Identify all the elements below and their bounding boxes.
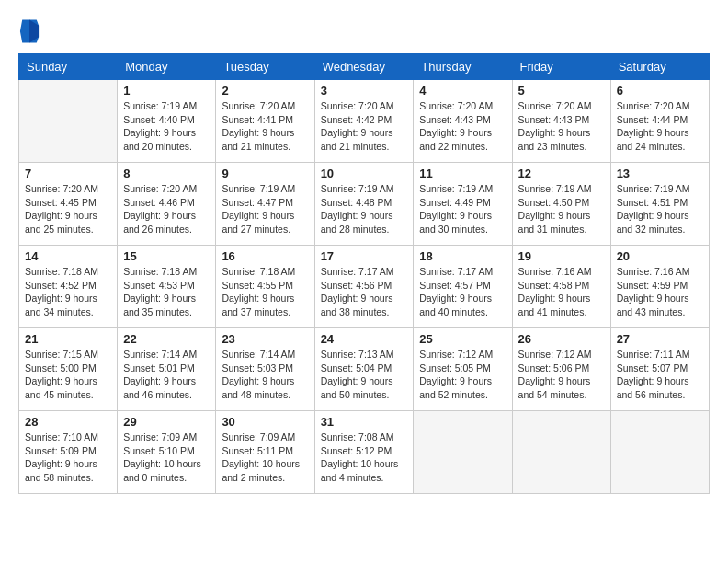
calendar-day-cell: 30Sunrise: 7:09 AM Sunset: 5:11 PM Dayli… (216, 411, 314, 494)
day-of-week-header: Monday (118, 54, 216, 80)
calendar-header-row: SundayMondayTuesdayWednesdayThursdayFrid… (19, 54, 710, 80)
calendar-day-cell: 4Sunrise: 7:20 AM Sunset: 4:43 PM Daylig… (414, 80, 512, 163)
day-info: Sunrise: 7:20 AM Sunset: 4:45 PM Dayligh… (25, 182, 111, 236)
calendar-day-cell: 25Sunrise: 7:12 AM Sunset: 5:05 PM Dayli… (414, 328, 512, 411)
calendar-table: SundayMondayTuesdayWednesdayThursdayFrid… (18, 53, 710, 494)
day-info: Sunrise: 7:16 AM Sunset: 4:59 PM Dayligh… (617, 265, 703, 319)
calendar-week-row: 7Sunrise: 7:20 AM Sunset: 4:45 PM Daylig… (19, 163, 710, 246)
day-info: Sunrise: 7:18 AM Sunset: 4:55 PM Dayligh… (222, 265, 308, 319)
day-of-week-header: Saturday (610, 54, 709, 80)
day-number: 10 (321, 167, 408, 180)
day-number: 21 (25, 332, 111, 346)
day-info: Sunrise: 7:08 AM Sunset: 5:12 PM Dayligh… (321, 431, 408, 485)
day-number: 6 (617, 84, 703, 98)
calendar-week-row: 21Sunrise: 7:15 AM Sunset: 5:00 PM Dayli… (19, 328, 710, 411)
day-number: 24 (321, 332, 408, 346)
calendar-day-cell: 23Sunrise: 7:14 AM Sunset: 5:03 PM Dayli… (216, 328, 314, 411)
day-of-week-header: Tuesday (216, 54, 314, 80)
calendar-day-cell: 7Sunrise: 7:20 AM Sunset: 4:45 PM Daylig… (19, 163, 118, 246)
calendar-day-cell: 15Sunrise: 7:18 AM Sunset: 4:53 PM Dayli… (118, 246, 216, 328)
day-info: Sunrise: 7:19 AM Sunset: 4:48 PM Dayligh… (321, 182, 408, 236)
calendar-day-cell: 31Sunrise: 7:08 AM Sunset: 5:12 PM Dayli… (314, 411, 414, 494)
day-number: 14 (25, 249, 111, 263)
day-info: Sunrise: 7:20 AM Sunset: 4:43 PM Dayligh… (419, 99, 506, 154)
calendar-day-cell: 26Sunrise: 7:12 AM Sunset: 5:06 PM Dayli… (512, 328, 610, 411)
calendar-day-cell: 17Sunrise: 7:17 AM Sunset: 4:56 PM Dayli… (314, 246, 414, 328)
day-number: 17 (321, 249, 408, 263)
calendar-day-cell (19, 80, 118, 163)
day-info: Sunrise: 7:20 AM Sunset: 4:44 PM Dayligh… (617, 99, 703, 154)
calendar-day-cell: 21Sunrise: 7:15 AM Sunset: 5:00 PM Dayli… (19, 328, 118, 411)
day-info: Sunrise: 7:18 AM Sunset: 4:52 PM Dayligh… (25, 265, 111, 319)
day-number: 12 (518, 167, 605, 180)
day-number: 7 (25, 167, 111, 180)
calendar-day-cell (414, 411, 512, 494)
calendar-day-cell: 11Sunrise: 7:19 AM Sunset: 4:49 PM Dayli… (414, 163, 512, 246)
calendar-week-row: 14Sunrise: 7:18 AM Sunset: 4:52 PM Dayli… (19, 246, 710, 328)
day-info: Sunrise: 7:15 AM Sunset: 5:00 PM Dayligh… (25, 348, 111, 402)
day-info: Sunrise: 7:19 AM Sunset: 4:51 PM Dayligh… (617, 182, 703, 236)
day-info: Sunrise: 7:20 AM Sunset: 4:43 PM Dayligh… (518, 99, 605, 154)
calendar-day-cell: 16Sunrise: 7:18 AM Sunset: 4:55 PM Dayli… (216, 246, 314, 328)
logo (18, 18, 44, 44)
calendar-day-cell: 20Sunrise: 7:16 AM Sunset: 4:59 PM Dayli… (610, 246, 709, 328)
day-number: 20 (617, 249, 703, 263)
calendar-day-cell: 24Sunrise: 7:13 AM Sunset: 5:04 PM Dayli… (314, 328, 414, 411)
day-info: Sunrise: 7:09 AM Sunset: 5:10 PM Dayligh… (123, 431, 210, 485)
calendar-day-cell: 27Sunrise: 7:11 AM Sunset: 5:07 PM Dayli… (610, 328, 709, 411)
calendar-week-row: 1Sunrise: 7:19 AM Sunset: 4:40 PM Daylig… (19, 80, 710, 163)
day-info: Sunrise: 7:14 AM Sunset: 5:03 PM Dayligh… (222, 348, 308, 402)
calendar-day-cell: 18Sunrise: 7:17 AM Sunset: 4:57 PM Dayli… (414, 246, 512, 328)
day-number: 27 (617, 332, 703, 346)
day-number: 23 (222, 332, 308, 346)
calendar-day-cell: 13Sunrise: 7:19 AM Sunset: 4:51 PM Dayli… (610, 163, 709, 246)
day-info: Sunrise: 7:19 AM Sunset: 4:49 PM Dayligh… (419, 182, 506, 236)
day-of-week-header: Thursday (414, 54, 512, 80)
day-number: 5 (518, 84, 605, 98)
day-number: 28 (25, 415, 111, 429)
day-number: 9 (222, 167, 308, 180)
day-info: Sunrise: 7:19 AM Sunset: 4:40 PM Dayligh… (123, 99, 210, 154)
day-info: Sunrise: 7:10 AM Sunset: 5:09 PM Dayligh… (25, 431, 111, 485)
logo-icon (18, 18, 40, 44)
calendar-day-cell: 2Sunrise: 7:20 AM Sunset: 4:41 PM Daylig… (216, 80, 314, 163)
calendar-day-cell: 10Sunrise: 7:19 AM Sunset: 4:48 PM Dayli… (314, 163, 414, 246)
day-number: 1 (123, 84, 210, 98)
day-number: 4 (419, 84, 506, 98)
day-of-week-header: Sunday (19, 54, 118, 80)
day-info: Sunrise: 7:20 AM Sunset: 4:42 PM Dayligh… (321, 99, 408, 154)
day-info: Sunrise: 7:17 AM Sunset: 4:57 PM Dayligh… (419, 265, 506, 319)
day-number: 16 (222, 249, 308, 263)
day-number: 29 (123, 415, 210, 429)
day-info: Sunrise: 7:17 AM Sunset: 4:56 PM Dayligh… (321, 265, 408, 319)
calendar-day-cell: 3Sunrise: 7:20 AM Sunset: 4:42 PM Daylig… (314, 80, 414, 163)
day-number: 2 (222, 84, 308, 98)
day-info: Sunrise: 7:19 AM Sunset: 4:50 PM Dayligh… (518, 182, 605, 236)
day-info: Sunrise: 7:11 AM Sunset: 5:07 PM Dayligh… (617, 348, 703, 402)
calendar-day-cell: 1Sunrise: 7:19 AM Sunset: 4:40 PM Daylig… (118, 80, 216, 163)
calendar-day-cell: 5Sunrise: 7:20 AM Sunset: 4:43 PM Daylig… (512, 80, 610, 163)
calendar-day-cell: 29Sunrise: 7:09 AM Sunset: 5:10 PM Dayli… (118, 411, 216, 494)
day-info: Sunrise: 7:16 AM Sunset: 4:58 PM Dayligh… (518, 265, 605, 319)
day-info: Sunrise: 7:19 AM Sunset: 4:47 PM Dayligh… (222, 182, 308, 236)
calendar-day-cell: 28Sunrise: 7:10 AM Sunset: 5:09 PM Dayli… (19, 411, 118, 494)
day-of-week-header: Friday (512, 54, 610, 80)
day-number: 11 (419, 167, 506, 180)
day-number: 19 (518, 249, 605, 263)
day-info: Sunrise: 7:20 AM Sunset: 4:41 PM Dayligh… (222, 99, 308, 154)
day-info: Sunrise: 7:12 AM Sunset: 5:06 PM Dayligh… (518, 348, 605, 402)
day-number: 31 (321, 415, 408, 429)
day-number: 25 (419, 332, 506, 346)
calendar-day-cell: 9Sunrise: 7:19 AM Sunset: 4:47 PM Daylig… (216, 163, 314, 246)
day-of-week-header: Wednesday (314, 54, 414, 80)
day-number: 13 (617, 167, 703, 180)
day-info: Sunrise: 7:18 AM Sunset: 4:53 PM Dayligh… (123, 265, 210, 319)
day-number: 30 (222, 415, 308, 429)
calendar-day-cell: 8Sunrise: 7:20 AM Sunset: 4:46 PM Daylig… (118, 163, 216, 246)
day-info: Sunrise: 7:20 AM Sunset: 4:46 PM Dayligh… (123, 182, 210, 236)
calendar-day-cell: 6Sunrise: 7:20 AM Sunset: 4:44 PM Daylig… (610, 80, 709, 163)
calendar-day-cell: 22Sunrise: 7:14 AM Sunset: 5:01 PM Dayli… (118, 328, 216, 411)
day-number: 8 (123, 167, 210, 180)
day-number: 18 (419, 249, 506, 263)
day-number: 15 (123, 249, 210, 263)
